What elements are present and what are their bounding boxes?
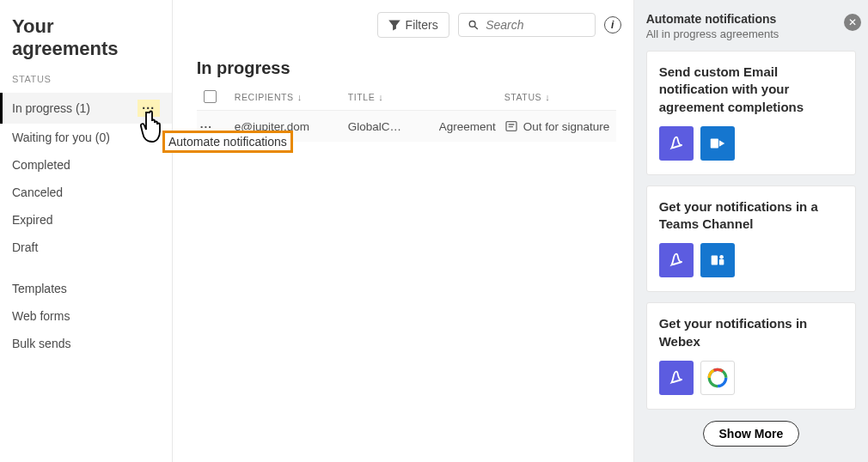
col-status[interactable]: STATUS ↓	[504, 92, 616, 102]
sidebar-item-in-progress[interactable]: In progress (1) ···	[0, 93, 172, 124]
more-icon[interactable]: ···	[138, 100, 160, 117]
context-menu-automate[interactable]: Automate notifications	[162, 131, 293, 153]
sidebar-item-label: Templates	[12, 282, 67, 295]
search-icon	[468, 18, 480, 32]
close-icon[interactable]: ✕	[844, 14, 861, 31]
teams-icon[interactable]	[700, 243, 735, 277]
card-teams-notification[interactable]: Get your notifications in a Teams Channe…	[646, 185, 856, 293]
card-email-notification[interactable]: Send custom Email notification with your…	[646, 51, 856, 175]
sidebar-item-canceled[interactable]: Canceled	[0, 179, 172, 206]
sidebar-item-label: Waiting for you (0)	[12, 131, 110, 144]
sort-arrow-icon: ↓	[545, 92, 550, 102]
filters-label: Filters	[406, 18, 438, 32]
sidebar-item-label: Expired	[12, 213, 52, 227]
main: Filters i In progress RECIPIENTS ↓ TITLE…	[173, 0, 633, 462]
search-input[interactable]	[486, 18, 586, 32]
svg-point-5	[719, 255, 724, 259]
filter-icon	[388, 19, 400, 31]
sidebar-status-list: In progress (1) ··· Waiting for you (0) …	[0, 93, 172, 357]
sidebar-item-completed[interactable]: Completed	[0, 151, 172, 179]
content: In progress RECIPIENTS ↓ TITLE ↓ STATUS …	[173, 46, 633, 142]
sidebar: Your agreements STATUS In progress (1) ·…	[0, 0, 173, 462]
svg-rect-6	[719, 259, 724, 264]
filters-button[interactable]: Filters	[377, 12, 449, 38]
sort-arrow-icon: ↓	[297, 92, 303, 102]
col-title[interactable]: TITLE ↓	[348, 92, 434, 102]
panel-subtitle: All in progress agreements	[646, 27, 856, 40]
svg-rect-3	[710, 138, 718, 148]
topbar: Filters i	[173, 0, 633, 46]
sidebar-item-label: Canceled	[12, 185, 63, 199]
webex-icon[interactable]	[700, 361, 735, 395]
table-head: RECIPIENTS ↓ TITLE ↓ STATUS ↓	[197, 90, 616, 110]
sort-arrow-icon: ↓	[378, 92, 383, 102]
card-icons	[659, 126, 843, 161]
card-title: Get your notifications in Webex	[659, 315, 843, 350]
sidebar-item-label: In progress (1)	[12, 101, 90, 115]
show-more-button[interactable]: Show More	[703, 421, 800, 447]
cell-title: GlobalC…	[348, 120, 434, 133]
acrobat-icon[interactable]	[659, 126, 694, 161]
sidebar-item-bulksends[interactable]: Bulk sends	[0, 330, 172, 357]
col-recipients[interactable]: RECIPIENTS ↓	[235, 92, 343, 102]
acrobat-icon[interactable]	[659, 243, 694, 277]
search-field[interactable]	[458, 13, 596, 37]
card-title: Send custom Email notification with your…	[659, 64, 843, 116]
automate-panel: ✕ Automate notifications All in progress…	[633, 0, 868, 462]
outlook-icon[interactable]	[700, 126, 735, 161]
status-section-label: STATUS	[0, 74, 172, 93]
page-title: Your agreements	[0, 0, 172, 74]
card-icons	[659, 243, 843, 277]
card-icons	[659, 361, 843, 395]
context-menu-label: Automate notifications	[168, 135, 287, 149]
sidebar-item-waiting[interactable]: Waiting for you (0)	[0, 124, 172, 151]
sidebar-item-label: Draft	[12, 240, 38, 254]
card-title: Get your notifications in a Teams Channe…	[659, 198, 843, 234]
svg-line-1	[474, 27, 477, 29]
sidebar-item-label: Bulk sends	[12, 337, 70, 350]
cell-status: Out for signature	[504, 119, 616, 133]
svg-point-0	[469, 21, 475, 27]
acrobat-icon[interactable]	[659, 361, 694, 395]
content-title: In progress	[197, 58, 616, 78]
cell-type: Agreement	[439, 120, 499, 133]
svg-rect-4	[711, 256, 717, 265]
sidebar-item-webforms[interactable]: Web forms	[0, 302, 172, 330]
sidebar-item-templates[interactable]: Templates	[0, 275, 172, 302]
select-all-checkbox[interactable]	[204, 90, 217, 103]
signature-icon	[504, 119, 518, 133]
sidebar-item-draft[interactable]: Draft	[0, 234, 172, 261]
panel-header: Automate notifications All in progress a…	[646, 12, 856, 40]
panel-title: Automate notifications	[646, 12, 856, 26]
info-button[interactable]: i	[604, 16, 621, 33]
sidebar-item-label: Completed	[12, 158, 70, 172]
sidebar-item-expired[interactable]: Expired	[0, 206, 172, 234]
sidebar-item-label: Web forms	[12, 309, 70, 323]
card-webex-notification[interactable]: Get your notifications in Webex	[646, 302, 856, 410]
